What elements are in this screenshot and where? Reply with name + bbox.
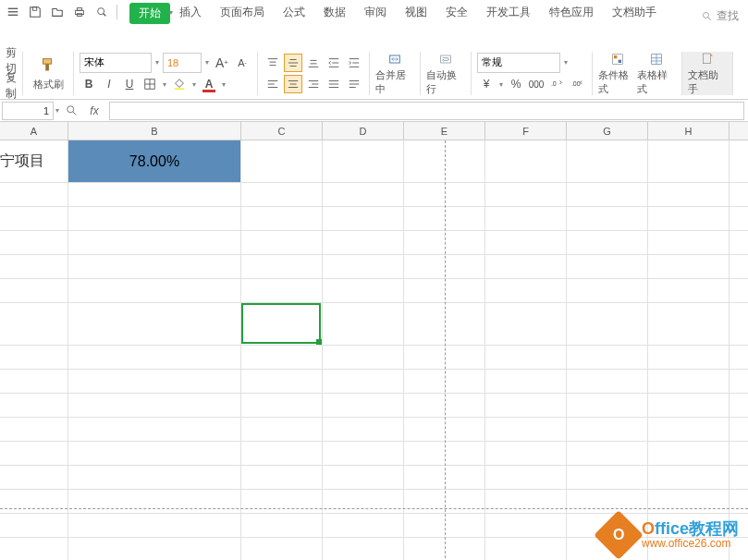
cell[interactable] <box>0 303 68 345</box>
cell[interactable] <box>648 346 730 369</box>
font-color-button[interactable]: A <box>200 75 218 93</box>
cell[interactable] <box>323 346 404 369</box>
cell[interactable] <box>241 394 323 417</box>
cell[interactable] <box>241 303 323 345</box>
cell[interactable] <box>567 303 648 345</box>
cell[interactable] <box>485 140 567 182</box>
cell[interactable] <box>0 442 68 465</box>
cell[interactable] <box>0 231 68 254</box>
tab-page-layout[interactable]: 页面布局 <box>211 1 274 24</box>
cell[interactable] <box>241 183 323 206</box>
cell[interactable] <box>323 279 404 302</box>
cell[interactable] <box>485 490 567 513</box>
cell[interactable] <box>241 255 323 278</box>
cell[interactable] <box>323 207 404 230</box>
col-header-H[interactable]: H <box>648 122 730 140</box>
cell[interactable] <box>485 514 567 537</box>
cell[interactable] <box>648 442 730 465</box>
format-painter-button[interactable]: 格式刷 <box>29 52 67 95</box>
cell[interactable] <box>241 466 323 489</box>
align-justify-icon[interactable] <box>325 75 343 93</box>
cell[interactable] <box>648 279 730 302</box>
grid-body[interactable]: 宁项目 78.00% <box>0 140 748 560</box>
cell[interactable] <box>0 370 68 393</box>
cell-A1[interactable]: 宁项目 <box>0 140 68 182</box>
tab-special[interactable]: 特色应用 <box>540 1 603 24</box>
borders-button[interactable] <box>141 75 159 93</box>
namebox-dropdown[interactable]: ▾ <box>54 102 61 120</box>
indent-decrease-icon[interactable] <box>325 54 343 72</box>
cell[interactable] <box>567 231 648 254</box>
cell[interactable] <box>323 140 404 182</box>
cell[interactable] <box>241 140 323 182</box>
cell[interactable] <box>323 370 404 393</box>
currency-icon[interactable]: ¥ <box>477 75 496 93</box>
cell[interactable] <box>567 418 648 441</box>
formula-input[interactable] <box>109 102 744 120</box>
cell[interactable] <box>68 418 241 441</box>
font-name-select[interactable] <box>80 53 152 73</box>
cell[interactable] <box>0 346 68 369</box>
cell[interactable] <box>323 538 404 560</box>
align-middle-icon[interactable] <box>284 54 302 72</box>
underline-button[interactable]: U <box>120 75 139 93</box>
col-header-B[interactable]: B <box>68 122 241 140</box>
cell[interactable] <box>485 255 567 278</box>
cell[interactable] <box>567 370 648 393</box>
cell[interactable] <box>323 442 404 465</box>
col-header-G[interactable]: G <box>567 122 648 140</box>
cell[interactable] <box>0 466 68 489</box>
cell[interactable] <box>68 466 241 489</box>
cell[interactable] <box>648 183 730 206</box>
cell[interactable] <box>0 279 68 302</box>
cell[interactable] <box>68 303 241 345</box>
fx-icon[interactable]: fx <box>83 102 105 120</box>
cell[interactable] <box>567 255 648 278</box>
cell[interactable] <box>567 183 648 206</box>
decrease-decimal-icon[interactable]: .00 <box>568 75 586 93</box>
cell[interactable] <box>241 346 323 369</box>
cell[interactable] <box>241 442 323 465</box>
tab-view[interactable]: 视图 <box>396 1 436 24</box>
cell[interactable] <box>648 370 730 393</box>
cell[interactable] <box>0 514 68 537</box>
border-dropdown[interactable]: ▾ <box>161 75 168 93</box>
cell[interactable] <box>68 279 241 302</box>
increase-decimal-icon[interactable]: .0 <box>547 75 566 93</box>
cell[interactable] <box>485 346 567 369</box>
align-top-icon[interactable] <box>264 54 282 72</box>
cell[interactable] <box>0 207 68 230</box>
name-box[interactable]: 1 <box>2 102 54 120</box>
cell[interactable] <box>0 490 68 513</box>
cell[interactable] <box>567 346 648 369</box>
align-bottom-icon[interactable] <box>304 54 323 72</box>
copy-button[interactable]: 复制 <box>6 77 17 95</box>
col-header-C[interactable]: C <box>241 122 323 140</box>
cell[interactable] <box>0 255 68 278</box>
number-format-select[interactable] <box>477 53 560 73</box>
currency-dropdown[interactable]: ▾ <box>497 75 505 93</box>
conditional-format-button[interactable]: 条件格式 <box>598 52 637 96</box>
tab-home[interactable]: 开始 <box>129 3 170 24</box>
cell[interactable] <box>485 466 567 489</box>
font-dropdown-icon[interactable]: ▾ <box>153 54 161 72</box>
decrease-font-icon[interactable]: A- <box>233 54 251 72</box>
italic-button[interactable]: I <box>100 75 118 93</box>
cell[interactable] <box>323 303 404 345</box>
cell[interactable] <box>241 514 323 537</box>
tab-formula[interactable]: 公式 <box>274 1 314 24</box>
cell[interactable] <box>648 207 730 230</box>
cell[interactable] <box>68 394 241 417</box>
doc-assistant-button[interactable]: 文档助手 <box>688 52 727 96</box>
cell[interactable] <box>323 255 404 278</box>
col-header-D[interactable]: D <box>323 122 404 140</box>
cell[interactable] <box>241 538 323 560</box>
cell[interactable] <box>323 490 404 513</box>
cell[interactable] <box>68 514 241 537</box>
cell[interactable] <box>68 538 241 560</box>
cell[interactable] <box>0 418 68 441</box>
tab-data[interactable]: 数据 <box>314 1 355 24</box>
cell[interactable] <box>567 466 648 489</box>
cell[interactable] <box>485 418 567 441</box>
tab-security[interactable]: 安全 <box>436 1 477 24</box>
